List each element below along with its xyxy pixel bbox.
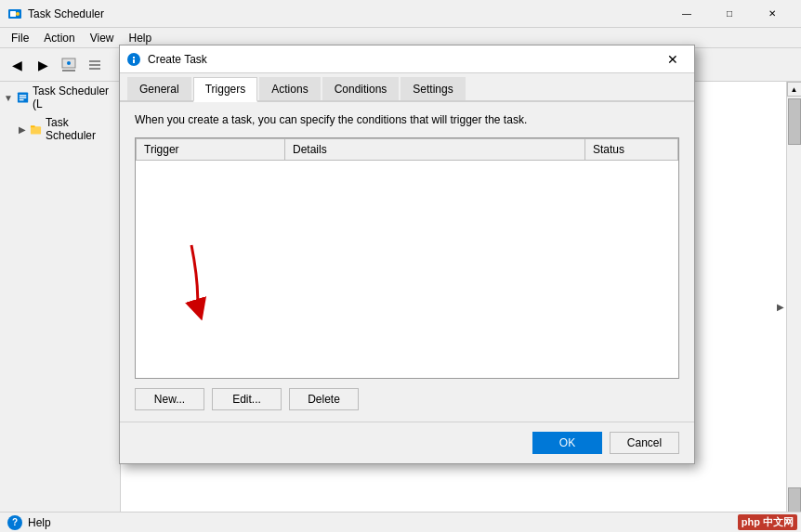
- expand-right-icon[interactable]: ▶: [775, 298, 786, 317]
- ok-button[interactable]: OK: [532, 432, 602, 454]
- svg-point-2: [16, 12, 20, 16]
- svg-rect-12: [20, 99, 24, 100]
- col-details: Details: [285, 139, 585, 161]
- dialog-icon: [127, 53, 140, 66]
- tree-item-root-label: Task Scheduler (L: [33, 84, 116, 110]
- dialog-body: When you create a task, you can specify …: [120, 102, 694, 422]
- expand-icon-sub: ▶: [19, 124, 26, 135]
- tree-item-scheduler[interactable]: ▶ Task Scheduler: [0, 113, 120, 145]
- svg-rect-16: [133, 57, 135, 58]
- vertical-scrollbar[interactable]: ▲ ▼: [786, 82, 801, 532]
- tab-general[interactable]: General: [127, 77, 191, 100]
- delete-button[interactable]: Delete: [289, 388, 359, 410]
- button-row: New... Edit... Delete: [135, 388, 679, 410]
- tabs-container: General Triggers Actions Conditions Sett…: [120, 73, 694, 102]
- menu-help[interactable]: Help: [122, 30, 160, 46]
- scroll-up-arrow[interactable]: ▲: [787, 82, 802, 97]
- forward-button[interactable]: ▶: [30, 52, 56, 78]
- app-icon: [7, 6, 22, 21]
- scheduler-icon: [17, 91, 29, 104]
- svg-rect-7: [89, 68, 100, 70]
- properties-button[interactable]: [82, 52, 108, 78]
- back-button[interactable]: ◀: [4, 52, 30, 78]
- status-bar: ? Help php 中文网: [0, 512, 801, 532]
- scroll-thumb-top[interactable]: [788, 98, 801, 145]
- expand-icon: ▼: [4, 93, 13, 103]
- col-trigger: Trigger: [137, 139, 285, 161]
- app-title: Task Scheduler: [28, 7, 665, 20]
- new-button[interactable]: New...: [135, 388, 204, 410]
- tab-actions[interactable]: Actions: [259, 77, 320, 100]
- main-window: Task Scheduler — □ ✕ File Action View He…: [0, 0, 801, 532]
- create-task-dialog: Create Task ✕ General Triggers Actions C…: [119, 45, 695, 464]
- svg-rect-4: [62, 70, 75, 71]
- tab-triggers[interactable]: Triggers: [193, 77, 258, 102]
- menu-action[interactable]: Action: [36, 30, 82, 46]
- dialog-footer: OK Cancel: [120, 422, 694, 463]
- trigger-table: Trigger Details Status: [135, 137, 679, 379]
- dialog-close-button[interactable]: ✕: [659, 46, 687, 72]
- help-text: Help: [28, 516, 51, 529]
- svg-rect-10: [20, 95, 26, 96]
- svg-rect-11: [20, 97, 26, 98]
- maximize-button[interactable]: □: [708, 0, 751, 28]
- folder-icon: [30, 123, 42, 136]
- title-bar: Task Scheduler — □ ✕: [0, 0, 801, 28]
- description-text: When you create a task, you can specify …: [135, 113, 679, 126]
- svg-rect-17: [133, 59, 135, 63]
- svg-rect-13: [31, 126, 41, 134]
- svg-rect-1: [10, 11, 16, 17]
- php-badge: php 中文网: [738, 514, 797, 530]
- menu-view[interactable]: View: [83, 30, 122, 46]
- show-button[interactable]: [56, 52, 82, 78]
- left-panel: ▼ Task Scheduler (L ▶ Task Scheduler: [0, 82, 121, 532]
- minimize-button[interactable]: —: [665, 0, 708, 28]
- svg-point-5: [67, 61, 71, 65]
- tab-settings[interactable]: Settings: [400, 77, 465, 100]
- tree-item-scheduler-label: Task Scheduler: [46, 116, 116, 142]
- svg-rect-8: [89, 60, 100, 62]
- tab-conditions[interactable]: Conditions: [322, 77, 400, 100]
- cancel-button[interactable]: Cancel: [610, 432, 679, 454]
- dialog-title-bar: Create Task ✕: [120, 45, 694, 73]
- col-status: Status: [585, 139, 678, 161]
- window-controls: — □ ✕: [665, 0, 794, 28]
- svg-rect-6: [89, 64, 100, 66]
- empty-row: [137, 161, 678, 365]
- edit-button[interactable]: Edit...: [212, 388, 282, 410]
- menu-file[interactable]: File: [4, 30, 36, 46]
- dialog-title: Create Task: [148, 53, 659, 66]
- tree-item-root[interactable]: ▼ Task Scheduler (L: [0, 82, 120, 113]
- help-icon: ?: [7, 515, 22, 530]
- close-button[interactable]: ✕: [751, 0, 794, 28]
- svg-rect-14: [31, 125, 35, 127]
